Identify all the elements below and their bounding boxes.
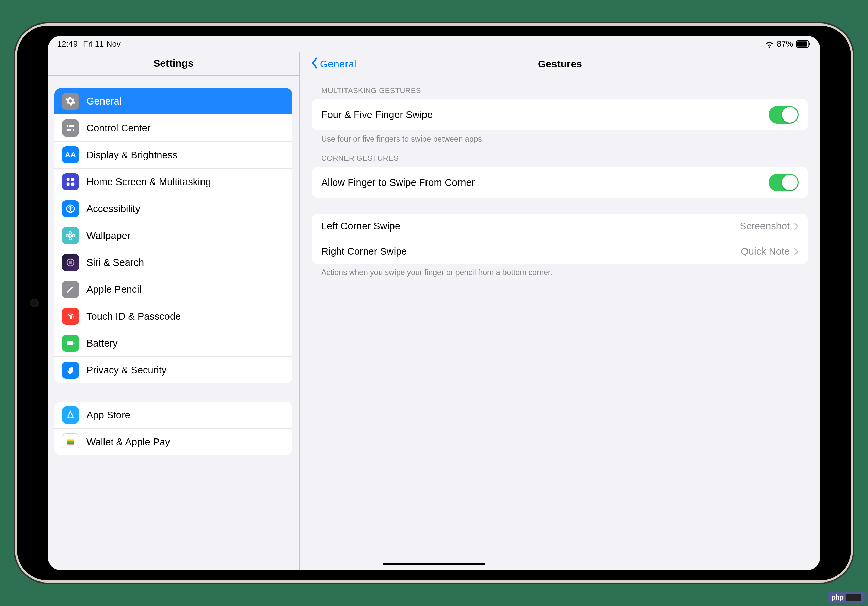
status-battery-pct: 87% xyxy=(777,39,793,49)
svg-point-19 xyxy=(69,261,72,264)
svg-rect-20 xyxy=(67,341,73,345)
flower-icon xyxy=(62,227,79,244)
svg-point-13 xyxy=(69,234,72,237)
sidebar-item-label: Touch ID & Passcode xyxy=(87,311,285,322)
detail-pane: General Gestures MULTITASKING GESTURES F… xyxy=(299,52,820,570)
sidebar-item-privacy[interactable]: Privacy & Security xyxy=(54,356,292,383)
svg-point-15 xyxy=(69,237,72,240)
back-button[interactable]: General xyxy=(310,57,356,71)
sidebar-item-label: Siri & Search xyxy=(87,257,285,268)
sidebar-item-label: Apple Pencil xyxy=(87,284,285,295)
sidebar-item-siri[interactable]: Siri & Search xyxy=(54,249,292,276)
svg-rect-23 xyxy=(67,441,74,443)
section-header-multitasking: MULTITASKING GESTURES xyxy=(312,86,808,99)
sidebar-item-label: Control Center xyxy=(87,122,285,134)
sidebar-group-2: App Store Wallet & Apple Pay xyxy=(54,402,292,455)
sidebar-title: Settings xyxy=(48,52,299,76)
sidebar-item-label: Home Screen & Multitasking xyxy=(87,176,285,188)
row-value: Screenshot xyxy=(740,221,790,232)
sidebar-item-label: Wallpaper xyxy=(87,230,285,241)
fingerprint-icon xyxy=(62,308,79,325)
hand-icon xyxy=(62,361,79,378)
sidebar-item-touchid[interactable]: Touch ID & Passcode xyxy=(54,303,292,330)
sidebar-item-general[interactable]: General xyxy=(54,88,292,115)
appstore-icon xyxy=(62,406,79,423)
pencil-icon xyxy=(62,281,79,298)
php-watermark: php xyxy=(828,592,865,603)
sidebar-item-label: Display & Brightness xyxy=(87,149,285,161)
svg-rect-10 xyxy=(71,183,74,186)
chevron-right-icon xyxy=(794,248,798,256)
sidebar-item-label: Battery xyxy=(87,338,285,349)
row-label: Allow Finger to Swipe From Corner xyxy=(321,177,769,188)
svg-point-14 xyxy=(69,231,72,234)
row-label: Left Corner Swipe xyxy=(321,221,740,232)
svg-rect-2 xyxy=(809,43,811,46)
detail-header: General Gestures xyxy=(299,52,820,76)
back-label: General xyxy=(320,58,356,70)
toggle-corner-swipe[interactable] xyxy=(769,174,798,191)
status-bar: 12:49 Fri 11 Nov 87% xyxy=(48,36,820,52)
status-date: Fri 11 Nov xyxy=(83,39,121,49)
gear-icon xyxy=(62,93,79,110)
row-group-multitasking: Four & Five Finger Swipe xyxy=(312,99,808,130)
svg-rect-1 xyxy=(797,41,807,46)
section-footer-multitasking: Use four or five fingers to swipe betwee… xyxy=(312,130,808,144)
row-value: Quick Note xyxy=(741,246,790,257)
row-label: Four & Five Finger Swipe xyxy=(321,109,769,121)
sidebar-group-1: General Control Center AA Display & Brig… xyxy=(54,88,292,383)
wifi-icon xyxy=(764,39,774,49)
text-size-icon: AA xyxy=(62,146,79,163)
svg-point-16 xyxy=(67,234,69,237)
svg-rect-21 xyxy=(73,343,74,344)
svg-rect-7 xyxy=(67,178,70,181)
sidebar-item-display[interactable]: AA Display & Brightness xyxy=(54,141,292,168)
sidebar-item-apple-pencil[interactable]: Apple Pencil xyxy=(54,276,292,303)
row-four-five-finger: Four & Five Finger Swipe xyxy=(312,99,808,130)
svg-rect-22 xyxy=(67,440,74,441)
chevron-right-icon xyxy=(794,222,798,231)
battery-icon xyxy=(62,335,79,352)
split-content: Settings General Control Center AA xyxy=(48,52,820,570)
accessibility-icon xyxy=(62,200,79,217)
svg-point-12 xyxy=(70,206,71,207)
sidebar-item-app-store[interactable]: App Store xyxy=(54,402,292,428)
siri-icon xyxy=(62,254,79,271)
sidebar-item-battery[interactable]: Battery xyxy=(54,330,292,356)
detail-title: Gestures xyxy=(538,58,582,70)
row-allow-corner-swipe: Allow Finger to Swipe From Corner xyxy=(312,167,808,198)
chevron-left-icon xyxy=(310,57,319,71)
detail-body[interactable]: MULTITASKING GESTURES Four & Five Finger… xyxy=(299,76,820,570)
section-footer-actions: Actions when you swipe your finger or pe… xyxy=(312,264,808,277)
sidebar-item-label: General xyxy=(87,96,285,107)
svg-point-6 xyxy=(71,129,73,131)
sidebar-item-accessibility[interactable]: Accessibility xyxy=(54,195,292,222)
sidebar-item-label: Accessibility xyxy=(87,203,285,214)
sidebar-item-home-screen[interactable]: Home Screen & Multitasking xyxy=(54,168,292,195)
toggles-icon xyxy=(62,119,79,136)
row-group-actions: Left Corner Swipe Screenshot Right Corne… xyxy=(312,214,808,264)
svg-rect-8 xyxy=(71,178,74,181)
front-camera xyxy=(30,299,39,307)
sidebar-item-label: App Store xyxy=(87,409,285,421)
ipad-frame: 12:49 Fri 11 Nov 87% Settings xyxy=(17,26,851,580)
row-label: Right Corner Swipe xyxy=(321,246,741,257)
section-header-corner: CORNER GESTURES xyxy=(312,154,808,167)
screen: 12:49 Fri 11 Nov 87% Settings xyxy=(48,36,820,570)
sidebar-item-control-center[interactable]: Control Center xyxy=(54,115,292,141)
svg-rect-24 xyxy=(67,443,74,445)
svg-point-17 xyxy=(72,234,75,237)
wallet-icon xyxy=(62,433,79,450)
row-right-corner-swipe[interactable]: Right Corner Swipe Quick Note xyxy=(312,239,808,264)
svg-point-5 xyxy=(68,125,70,127)
toggle-four-five-finger[interactable] xyxy=(769,106,798,124)
svg-rect-9 xyxy=(67,183,70,186)
sidebar-item-wallet[interactable]: Wallet & Apple Pay xyxy=(54,428,292,455)
sidebar-item-wallpaper[interactable]: Wallpaper xyxy=(54,222,292,249)
svg-rect-3 xyxy=(67,125,74,127)
home-indicator[interactable] xyxy=(383,563,485,566)
sidebar-scroll[interactable]: General Control Center AA Display & Brig… xyxy=(48,76,299,570)
app-grid-icon xyxy=(62,173,79,190)
row-left-corner-swipe[interactable]: Left Corner Swipe Screenshot xyxy=(312,214,808,239)
sidebar: Settings General Control Center AA xyxy=(48,52,299,570)
